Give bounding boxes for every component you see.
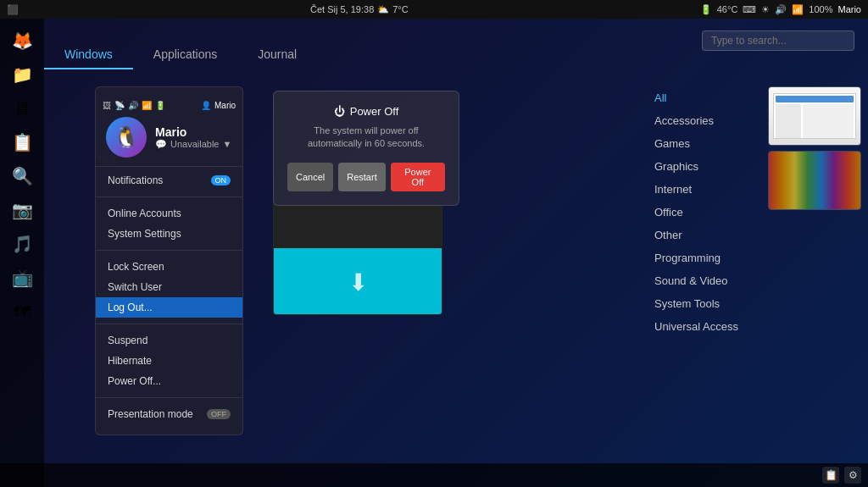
dock-camera-icon[interactable]: 📷 [7, 195, 37, 225]
bottombar-icon1[interactable]: 📋 [822, 467, 839, 484]
keyboard-icon: ⌨ [743, 4, 756, 15]
panel-username-label: Mario [214, 101, 236, 110]
category-all[interactable]: All [648, 86, 766, 109]
datetime-label: Čet Sij 5, 19:38 [310, 4, 374, 14]
search-input[interactable] [702, 30, 854, 51]
poweroff-button[interactable]: Power Off [391, 163, 445, 191]
category-graphics[interactable]: Graphics [648, 155, 766, 178]
dock-video-icon[interactable]: 📺 [7, 263, 37, 293]
dock-search-icon[interactable]: 🔍 [7, 161, 37, 191]
volume-icon: 🔊 [775, 4, 787, 15]
dock-files-icon[interactable]: 📁 [7, 59, 37, 90]
topbar-left: ⬛ [7, 4, 19, 15]
wifi-icon: 📶 [792, 4, 804, 15]
topbar-right: 🔋 46°C ⌨ ☀ 🔊 📶 100% Mario [700, 4, 861, 15]
divider-1 [96, 196, 242, 197]
bottombar-icon2[interactable]: ⚙ [844, 467, 861, 484]
battery-pct-label: 100% [809, 4, 832, 14]
panel-topbar: 🖼 📡 🔊 📶 🔋 👤 Mario [96, 97, 242, 117]
panel-notifications-section: Notifications ON [96, 167, 242, 194]
download-icon: ⬇ [348, 268, 368, 296]
bottombar: 📋 ⚙ [0, 463, 868, 487]
dock-firefox-icon[interactable]: 🦊 [7, 25, 37, 56]
panel-volume-icon: 🔊 [128, 101, 138, 110]
thumbnail-spectrum-visual [769, 152, 860, 209]
status-dropdown-icon[interactable]: ▼ [222, 139, 231, 149]
dock-maps-icon[interactable]: 🗺 [7, 296, 37, 327]
panel-notifications-item[interactable]: Notifications ON [96, 170, 242, 191]
panel-log-out-item[interactable]: Log Out... [96, 297, 242, 318]
category-panel: All Accessories Games Graphics Internet … [648, 86, 766, 338]
panel-system-settings-item[interactable]: System Settings [96, 224, 242, 244]
category-other[interactable]: Other [648, 224, 766, 246]
user-status-label: 💬 Unavailable ▼ [155, 139, 231, 150]
avatar: 🐧 [106, 117, 147, 158]
tab-windows[interactable]: Windows [44, 41, 133, 69]
panel-signal-icon: 📡 [114, 101, 125, 110]
category-internet[interactable]: Internet [648, 178, 766, 201]
weather-icon: ⛅ [377, 4, 389, 15]
topbar-center: Čet Sij 5, 19:38 ⛅ 7°C [310, 4, 409, 15]
panel-accounts-section: Online Accounts System Settings [96, 200, 242, 247]
download-widget-bottom: ⬇ [274, 248, 442, 315]
category-office[interactable]: Office [648, 201, 766, 224]
temperature-label: 7°C [392, 4, 408, 14]
category-accessories[interactable]: Accessories [648, 109, 766, 132]
searchbar[interactable] [702, 30, 854, 51]
panel-user-icon: 👤 [201, 101, 211, 110]
panel-switch-user-item[interactable]: Switch User [96, 277, 242, 297]
poweroff-dialog: ⏻ Power Off The system will power off au… [273, 91, 459, 206]
category-games[interactable]: Games [648, 132, 766, 155]
dock-terminal-icon[interactable]: 🖥 [7, 93, 37, 124]
user-label[interactable]: Mario [837, 4, 861, 14]
panel-battery-icon: 🔋 [155, 101, 165, 110]
topbar: ⬛ Čet Sij 5, 19:38 ⛅ 7°C 🔋 46°C ⌨ ☀ 🔊 📶 … [0, 0, 868, 19]
power-icon: ⏻ [334, 105, 345, 118]
topbar-logo-icon: ⬛ [7, 4, 19, 15]
thumbnails-panel [768, 86, 863, 210]
panel-power-section: Suspend Hibernate Power Off... [96, 327, 242, 395]
brightness-icon: ☀ [761, 4, 770, 15]
restart-button[interactable]: Restart [338, 163, 385, 191]
poweroff-title: ⏻ Power Off [287, 105, 445, 118]
poweroff-buttons: Cancel Restart Power Off [287, 163, 445, 191]
poweroff-message: The system will power off automatically … [287, 125, 445, 151]
main: 🦊 📁 🖥 📋 🔍 📷 🎵 📺 🗺 Windows Applications J… [0, 19, 868, 487]
divider-4 [96, 397, 242, 398]
user-panel: 🖼 📡 🔊 📶 🔋 👤 Mario 🐧 Mario 💬 Unavailable … [95, 86, 243, 435]
cancel-button[interactable]: Cancel [287, 163, 333, 191]
dock-notes-icon[interactable]: 📋 [7, 127, 37, 158]
panel-screen-icon: 🖼 [103, 101, 111, 110]
notifications-toggle[interactable]: ON [211, 175, 231, 185]
category-universal-access[interactable]: Universal Access [648, 315, 766, 338]
tab-applications[interactable]: Applications [133, 41, 238, 69]
dock-music-icon[interactable]: 🎵 [7, 229, 37, 259]
category-programming[interactable]: Programming [648, 246, 766, 269]
panel-presentation-section: Presentation mode OFF [96, 401, 242, 428]
divider-2 [96, 250, 242, 251]
panel-suspend-item[interactable]: Suspend [96, 330, 242, 351]
tab-journal[interactable]: Journal [237, 41, 317, 69]
dock: 🦊 📁 🖥 📋 🔍 📷 🎵 📺 🗺 [0, 19, 44, 487]
thumbnail-browser[interactable] [768, 86, 861, 146]
panel-session-section: Lock Screen Switch User Log Out... [96, 253, 242, 321]
presentation-toggle[interactable]: OFF [207, 409, 231, 419]
user-panel-header: 🐧 Mario 💬 Unavailable ▼ [96, 117, 242, 167]
panel-lock-screen-item[interactable]: Lock Screen [96, 257, 242, 277]
panel-online-accounts-item[interactable]: Online Accounts [96, 203, 242, 224]
panel-hibernate-item[interactable]: Hibernate [96, 351, 242, 371]
thumbnail-browser-content [769, 87, 860, 145]
thumbnail-spectrum[interactable] [768, 151, 861, 210]
battery-icon: 🔋 [700, 4, 712, 15]
panel-power-off-item[interactable]: Power Off... [96, 371, 242, 391]
battery-temp-label: 46°C [717, 4, 738, 14]
divider-3 [96, 324, 242, 324]
panel-presentation-item[interactable]: Presentation mode OFF [96, 404, 242, 424]
panel-wifi-icon: 📶 [142, 101, 152, 110]
user-name-label: Mario [155, 125, 231, 139]
category-system-tools[interactable]: System Tools [648, 292, 766, 315]
category-sound-video[interactable]: Sound & Video [648, 269, 766, 292]
status-icon: 💬 [155, 139, 167, 150]
